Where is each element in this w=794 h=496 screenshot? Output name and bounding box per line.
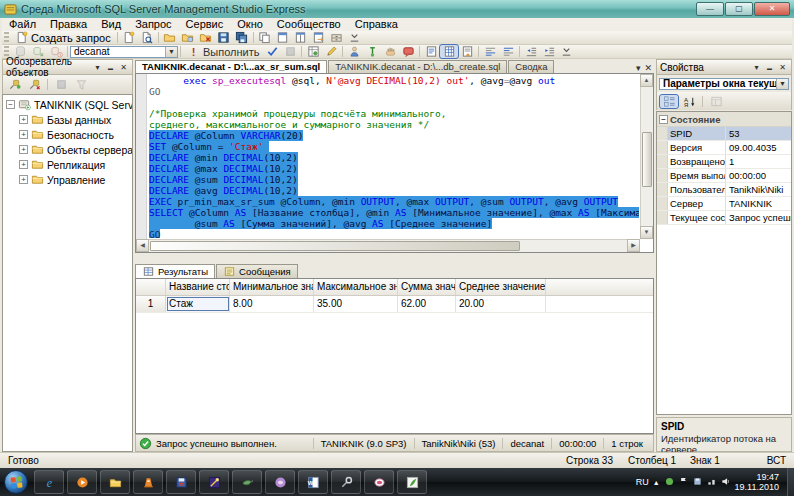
floppy-app-taskbar-button[interactable] (166, 470, 196, 494)
tree-node-folder[interactable]: +Репликация (3, 157, 132, 172)
splitter[interactable] (135, 254, 654, 263)
execute-button[interactable]: ! Выполнить (183, 45, 263, 58)
window-split-icon[interactable] (292, 31, 310, 44)
grid-cell[interactable]: 62.00 (398, 296, 456, 312)
column-header[interactable]: Максимальное значение (314, 279, 398, 295)
toolbar-overflow-icon[interactable] (346, 30, 363, 45)
document-search-icon[interactable] (138, 31, 156, 44)
attach-database-folder-icon[interactable] (197, 31, 215, 44)
admin-tool-taskbar-button[interactable] (331, 470, 361, 494)
indent-icon[interactable] (540, 45, 558, 58)
hscroll-thumb[interactable] (150, 241, 520, 251)
tree-node-folder[interactable]: +Объекты сервера (3, 142, 132, 157)
filter-icon[interactable] (72, 78, 90, 91)
column-header[interactable]: Сумма значений (398, 279, 456, 295)
column-header[interactable]: Среднее значение (456, 279, 546, 295)
comment-icon[interactable] (481, 45, 499, 58)
toolbar-overflow-icon[interactable] (558, 44, 575, 59)
column-header[interactable]: Минимальное значение (230, 279, 314, 295)
menu-item[interactable]: Правка (43, 18, 94, 31)
tray-green-icon[interactable] (664, 476, 675, 489)
sql-purple-taskbar-button[interactable] (199, 470, 229, 494)
expand-icon[interactable]: + (19, 130, 28, 139)
horizontal-scrollbar[interactable]: ◀ ▶ (136, 239, 640, 252)
stop-icon[interactable] (281, 45, 299, 58)
window-single-icon[interactable] (274, 31, 292, 44)
language-indicator[interactable]: RU (636, 477, 649, 487)
expand-icon[interactable]: + (19, 160, 28, 169)
property-row[interactable]: Возвращено стр1 (657, 155, 791, 169)
sql-editor[interactable]: exec sp_executesql @sql, N'@avg DECIMAL(… (135, 73, 654, 253)
grid-cell[interactable]: 20.00 (456, 296, 546, 312)
properties-object-combobox[interactable]: Параметры окна текущего запрос ▼ (659, 78, 789, 90)
internet-explorer-taskbar-button[interactable]: e (34, 470, 64, 494)
graphics-fish-taskbar-button[interactable] (232, 470, 262, 494)
open-database-folder-icon[interactable] (179, 31, 197, 44)
document-copy-icon[interactable] (256, 31, 274, 44)
collapse-icon[interactable]: − (659, 115, 668, 124)
close-panel-icon[interactable]: ✕ (118, 63, 129, 72)
alphabetical-icon[interactable]: АЯ (680, 95, 698, 108)
check-icon[interactable] (263, 45, 281, 58)
save-icon[interactable] (215, 31, 233, 44)
auto-hide-pin-icon[interactable]: 🗕 (105, 63, 116, 72)
tree-node-server[interactable]: −TANIKNIK (SQL Server 9.0.4035 - (3, 97, 132, 112)
grid-cell[interactable]: 35.00 (314, 296, 398, 312)
tray-network-icon[interactable] (706, 476, 717, 489)
minimize-button[interactable]: — (696, 2, 724, 16)
properties-category-row[interactable]: − Состояние (657, 112, 791, 127)
stop-icon[interactable] (52, 78, 70, 91)
maximize-button[interactable]: ▢ (725, 2, 753, 16)
scroll-left-icon[interactable]: ◀ (136, 239, 149, 252)
property-row[interactable]: ПользовательTanikNik\Niki (657, 183, 791, 197)
collapse-icon[interactable]: − (6, 100, 15, 109)
property-row[interactable]: Время выполне00:00:00 (657, 169, 791, 183)
window-position-icon[interactable]: ▾ (92, 63, 103, 72)
clock[interactable]: 19:47 19.11.2010 (735, 472, 783, 492)
scroll-up-icon[interactable]: ▲ (640, 74, 653, 87)
drawer-icon[interactable] (328, 31, 346, 44)
chevron-down-icon[interactable]: ▼ (776, 79, 788, 89)
save-all-icon[interactable] (233, 31, 251, 44)
property-row[interactable]: СерверTANIKNIK (657, 197, 791, 211)
grid-plan-icon[interactable] (304, 45, 322, 58)
explorer-folder-taskbar-button[interactable] (100, 470, 130, 494)
tray-expand-icon[interactable]: ▲ (653, 479, 660, 486)
word-taskbar-button[interactable]: W (298, 470, 328, 494)
expand-icon[interactable]: + (19, 115, 28, 124)
person-icon[interactable] (345, 45, 363, 58)
window-position-icon[interactable]: ▾ (751, 63, 762, 72)
auto-hide-pin-icon[interactable]: 🗕 (764, 63, 775, 72)
expand-icon[interactable]: + (19, 145, 28, 154)
chevron-down-icon[interactable]: ▼ (165, 47, 177, 57)
selection-margin[interactable] (136, 74, 147, 239)
document-tab[interactable]: TANIKNIK.decanat - D:\...ax_sr_sum.sql (135, 60, 327, 73)
categorized-icon[interactable] (660, 95, 678, 108)
results-file-icon[interactable] (458, 45, 476, 58)
expand-icon[interactable]: + (19, 175, 28, 184)
tree-node-folder[interactable]: +Базы данных (3, 112, 132, 127)
tray-flag-icon[interactable] (678, 476, 689, 489)
window-export-icon[interactable] (310, 31, 328, 44)
new-document-icon[interactable] (120, 31, 138, 44)
close-button[interactable]: ✕ (754, 2, 790, 16)
start-button[interactable] (4, 470, 28, 494)
results-text-icon[interactable] (422, 45, 440, 58)
green-sail-taskbar-button[interactable] (397, 470, 427, 494)
results-tab[interactable]: Сообщения (216, 264, 298, 278)
object-explorer-tree[interactable]: −TANIKNIK (SQL Server 9.0.4035 -+Базы да… (2, 94, 133, 452)
new-query-button[interactable]: Создать запрос (11, 31, 115, 44)
tree-node-folder[interactable]: +Безопасность (3, 127, 132, 142)
tab-list-icon[interactable]: ▾ (636, 63, 641, 73)
document-tab[interactable]: Сводка (508, 60, 554, 73)
grid-cell[interactable]: Стаж (166, 296, 230, 312)
close-panel-icon[interactable]: ✕ (777, 63, 788, 72)
column-header[interactable]: Название столбца (166, 279, 230, 295)
vscroll-thumb[interactable] (642, 132, 652, 187)
purple-swirl-taskbar-button[interactable] (265, 470, 295, 494)
results-grid-icon[interactable] (440, 45, 458, 58)
property-row[interactable]: SPID53 (657, 127, 791, 141)
open-folder-icon[interactable] (161, 31, 179, 44)
outdent-icon[interactable] (522, 45, 540, 58)
menu-item[interactable]: Файл (2, 18, 43, 31)
